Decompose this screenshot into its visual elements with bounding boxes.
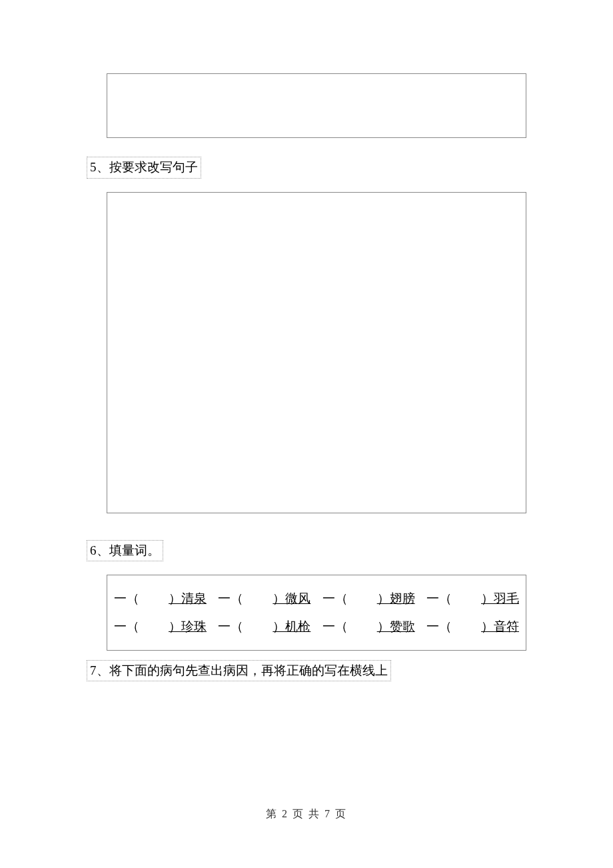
fill-item-1-4: 一（ ）羽毛 [426,585,519,613]
fill-row-2: 一（ ）珍珠 一（ ）机枪 一（ ）赞歌 一（ ）音符 [114,613,519,641]
prefix-text: 一（ [426,613,452,641]
fill-item-1-1: 一（ ）清泉 [114,585,207,613]
fill-item-2-4: 一（ ）音符 [426,613,519,641]
answer-box-q5[interactable] [107,192,526,513]
suffix-text: ）珍珠 [169,613,207,641]
fill-row-1: 一（ ）清泉 一（ ）微风 一（ ）翅膀 一（ ）羽毛 [114,585,519,613]
fill-item-2-2: 一（ ）机枪 [218,613,310,641]
question-7-label: 7、将下面的病句先查出病因，再将正确的写在横线上 [87,660,391,682]
fill-item-1-3: 一（ ）翅膀 [322,585,415,613]
page-number-text: 第 2 页 共 7 页 [266,808,347,819]
fill-box-q6: 一（ ）清泉 一（ ）微风 一（ ）翅膀 一（ ）羽毛 一（ [107,575,526,651]
prefix-text: 一（ [114,585,139,613]
prefix-text: 一（ [218,585,243,613]
question-5-label: 5、按要求改写句子 [87,157,201,179]
page-content: 5、按要求改写句子 6、填量词。 一（ ）清泉 一（ ）微风 一（ ）翅膀 一（ [0,0,613,695]
suffix-text: ）微风 [273,585,310,613]
prefix-text: 一（ [426,585,452,613]
prefix-text: 一（ [114,613,139,641]
answer-box-q4[interactable] [107,73,526,138]
suffix-text: ）机枪 [273,613,310,641]
prefix-text: 一（ [322,613,348,641]
question-5-text: 5、按要求改写句子 [90,160,198,174]
fill-item-2-1: 一（ ）珍珠 [114,613,207,641]
suffix-text: ）清泉 [169,585,207,613]
fill-item-2-3: 一（ ）赞歌 [322,613,415,641]
prefix-text: 一（ [218,613,243,641]
question-6-text: 6、填量词。 [90,543,160,557]
page-footer: 第 2 页 共 7 页 [0,807,613,821]
suffix-text: ）羽毛 [481,585,519,613]
suffix-text: ）音符 [481,613,519,641]
suffix-text: ）翅膀 [377,585,415,613]
question-6-label: 6、填量词。 [87,540,163,562]
prefix-text: 一（ [322,585,348,613]
suffix-text: ）赞歌 [377,613,415,641]
question-7-text: 7、将下面的病句先查出病因，再将正确的写在横线上 [90,663,388,677]
fill-item-1-2: 一（ ）微风 [218,585,310,613]
